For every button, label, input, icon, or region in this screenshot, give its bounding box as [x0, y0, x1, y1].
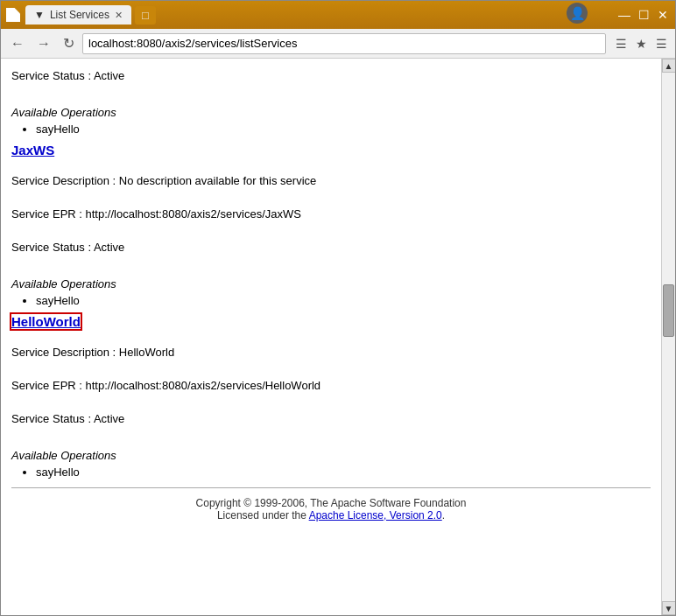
new-tab-button[interactable]: □ — [135, 6, 156, 24]
page-content: Service Status : Active Available Operat… — [1, 59, 661, 615]
helloworld-op-item: sayHello — [36, 466, 651, 479]
jaxws-op-item: sayHello — [36, 294, 651, 307]
top-op-item: sayHello — [36, 122, 651, 136]
helloworld-status: Service Status : Active — [11, 412, 651, 425]
refresh-button[interactable]: ↻ — [59, 33, 79, 53]
jaxws-epr: Service EPR : http://localhost:8080/axis… — [11, 207, 651, 220]
apache-license-link[interactable]: Apache License, Version 2.0 — [309, 509, 442, 522]
footer-license-post: . — [442, 509, 445, 522]
profile-icon[interactable]: 👤 — [567, 3, 588, 24]
footer-divider — [11, 487, 651, 488]
jaxws-available-ops: Available Operations — [11, 277, 651, 290]
helloworld-epr: Service EPR : http://localhost:8080/axis… — [11, 379, 651, 392]
forward-button[interactable]: → — [32, 34, 55, 53]
star-button[interactable]: ★ — [633, 35, 650, 52]
titlebar: 👤 ▼ List Services ✕ □ — ☐ ✕ — [1, 1, 675, 29]
footer: Copyright © 1999-2006, The Apache Softwa… — [11, 497, 651, 522]
menu-button[interactable]: ☰ — [653, 35, 670, 52]
tab-icon: ▼ — [34, 9, 45, 21]
maximize-button[interactable]: ☐ — [637, 8, 651, 22]
top-status: Service Status : Active — [11, 69, 651, 82]
active-tab[interactable]: ▼ List Services ✕ — [25, 5, 131, 24]
helloworld-ops-list: sayHello — [36, 466, 651, 479]
address-bar[interactable] — [82, 33, 606, 54]
footer-line1: Copyright © 1999-2006, The Apache Softwa… — [11, 497, 651, 509]
scroll-down-button[interactable]: ▼ — [662, 601, 676, 615]
jaxws-ops-list: sayHello — [36, 294, 651, 307]
jaxws-service-block: JaxWS Service Description : No descripti… — [11, 143, 651, 307]
footer-license-pre: Licensed under the — [217, 509, 309, 522]
helloworld-service-block: HelloWorld Service Description : HelloWo… — [11, 314, 651, 479]
scrollbar-track[interactable] — [662, 73, 675, 601]
scrollbar-thumb[interactable] — [663, 284, 674, 337]
scrollbar[interactable]: ▲ ▼ — [661, 59, 675, 615]
jaxws-status: Service Status : Active — [11, 241, 651, 254]
scroll-up-button[interactable]: ▲ — [662, 59, 676, 73]
footer-line2: Licensed under the Apache License, Versi… — [11, 509, 651, 522]
back-button[interactable]: ← — [6, 34, 29, 53]
close-button[interactable]: ✕ — [656, 8, 670, 22]
nav-icons: ☰ ★ ☰ — [613, 35, 670, 52]
jaxws-link[interactable]: JaxWS — [11, 143, 54, 158]
top-available-ops: Available Operations — [11, 106, 651, 119]
navbar: ← → ↻ ☰ ★ ☰ — [1, 29, 675, 59]
helloworld-link[interactable]: HelloWorld — [11, 314, 81, 329]
top-ops-list: sayHello — [36, 122, 651, 136]
content-wrapper: Service Status : Active Available Operat… — [1, 59, 675, 615]
jaxws-description: Service Description : No description ava… — [11, 174, 651, 187]
helloworld-description: Service Description : HelloWorld — [11, 346, 651, 359]
tab-title: List Services — [50, 9, 109, 21]
browser-icon — [6, 8, 20, 22]
bookmark-list-button[interactable]: ☰ — [613, 35, 630, 52]
tab-close-button[interactable]: ✕ — [115, 10, 123, 21]
window-controls: — ☐ ✕ — [617, 8, 670, 22]
minimize-button[interactable]: — — [617, 8, 631, 22]
helloworld-available-ops: Available Operations — [11, 449, 651, 462]
